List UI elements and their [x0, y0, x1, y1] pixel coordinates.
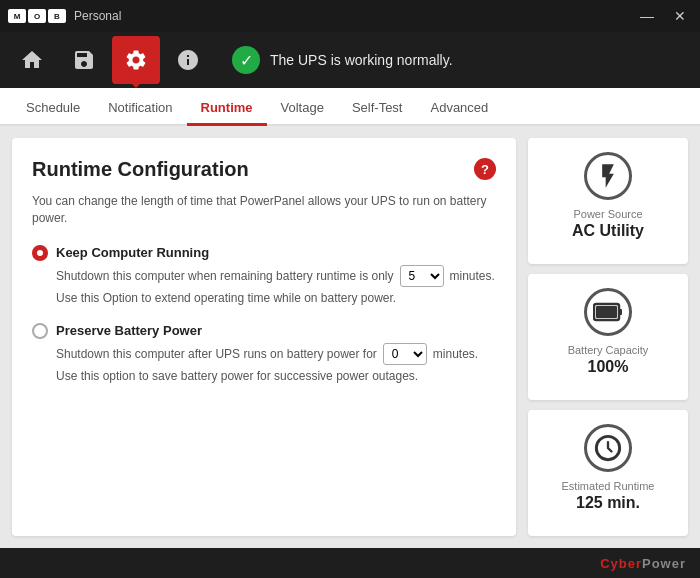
status-bar: ✓ The UPS is working normally. — [232, 46, 692, 74]
tab-bar: Schedule Notification Runtime Voltage Se… — [0, 88, 700, 126]
power-source-label: Power Source — [573, 208, 642, 220]
option1-desc2: Use this Option to extend operating time… — [56, 289, 496, 307]
logo-block3: B — [48, 9, 66, 23]
option2-radio-label[interactable]: Preserve Battery Power — [32, 323, 496, 339]
gear-icon — [124, 48, 148, 72]
estimated-runtime-label: Estimated Runtime — [562, 480, 655, 492]
battery-capacity-value: 100% — [588, 358, 629, 376]
nav-save-button[interactable] — [60, 36, 108, 84]
brand-label: CyberPower — [600, 556, 686, 571]
help-icon[interactable]: ? — [474, 158, 496, 180]
nav-settings-button[interactable] — [112, 36, 160, 84]
option2-title: Preserve Battery Power — [56, 323, 202, 338]
option1-title: Keep Computer Running — [56, 245, 209, 260]
battery-capacity-icon — [584, 288, 632, 336]
save-icon — [72, 48, 96, 72]
option2-group: Preserve Battery Power Shutdown this com… — [32, 323, 496, 385]
left-panel: Runtime Configuration ? You can change t… — [12, 138, 516, 536]
tab-advanced[interactable]: Advanced — [416, 92, 502, 126]
title-bar: M O B Personal — ✕ — [0, 0, 700, 32]
option2-desc-post: minutes. — [433, 347, 478, 361]
option2-minutes-select[interactable]: 0 1 2 3 5 10 15 20 — [383, 343, 427, 365]
tab-runtime[interactable]: Runtime — [187, 92, 267, 126]
window-title: Personal — [74, 9, 121, 23]
status-ok-icon: ✓ — [232, 46, 260, 74]
svg-rect-1 — [619, 309, 622, 315]
panel-title: Runtime Configuration — [32, 158, 496, 181]
nav-home-button[interactable] — [8, 36, 56, 84]
option1-desc-pre: Shutdown this computer when remaining ba… — [56, 269, 394, 283]
tab-schedule[interactable]: Schedule — [12, 92, 94, 126]
main-content: Runtime Configuration ? You can change t… — [0, 126, 700, 548]
app-logo: M O B — [8, 9, 66, 23]
option2-radio[interactable] — [32, 323, 48, 339]
power-source-value: AC Utility — [572, 222, 644, 240]
minimize-button[interactable]: — — [634, 6, 660, 26]
footer: CyberPower — [0, 548, 700, 578]
option2-desc-pre: Shutdown this computer after UPS runs on… — [56, 347, 377, 361]
top-nav: ✓ The UPS is working normally. — [0, 32, 700, 88]
close-button[interactable]: ✕ — [668, 6, 692, 26]
tab-voltage[interactable]: Voltage — [267, 92, 338, 126]
option1-shutdown-row: Shutdown this computer when remaining ba… — [56, 265, 496, 287]
option1-minutes-select[interactable]: 5 1 2 3 4 10 15 20 — [400, 265, 444, 287]
option2-desc2: Use this option to save battery power fo… — [56, 367, 496, 385]
option1-group: Keep Computer Running Shutdown this comp… — [32, 245, 496, 307]
estimated-runtime-value: 125 min. — [576, 494, 640, 512]
svg-rect-2 — [596, 306, 617, 318]
right-panel: Power Source AC Utility Battery Capacity… — [528, 138, 688, 536]
logo-block2: O — [28, 9, 46, 23]
option1-desc-post: minutes. — [450, 269, 495, 283]
status-message: The UPS is working normally. — [270, 52, 453, 68]
option1-radio[interactable] — [32, 245, 48, 261]
option1-radio-label[interactable]: Keep Computer Running — [32, 245, 496, 261]
logo-block: M — [8, 9, 26, 23]
panel-description: You can change the length of time that P… — [32, 193, 496, 227]
option2-shutdown-row: Shutdown this computer after UPS runs on… — [56, 343, 496, 365]
title-bar-controls: — ✕ — [634, 6, 692, 26]
tab-notification[interactable]: Notification — [94, 92, 186, 126]
info-icon — [176, 48, 200, 72]
power-source-card: Power Source AC Utility — [528, 138, 688, 264]
title-bar-left: M O B Personal — [8, 9, 121, 23]
power-source-icon — [584, 152, 632, 200]
battery-capacity-label: Battery Capacity — [568, 344, 649, 356]
estimated-runtime-icon — [584, 424, 632, 472]
tab-self-test[interactable]: Self-Test — [338, 92, 417, 126]
nav-info-button[interactable] — [164, 36, 212, 84]
home-icon — [20, 48, 44, 72]
battery-capacity-card: Battery Capacity 100% — [528, 274, 688, 400]
estimated-runtime-card: Estimated Runtime 125 min. — [528, 410, 688, 536]
